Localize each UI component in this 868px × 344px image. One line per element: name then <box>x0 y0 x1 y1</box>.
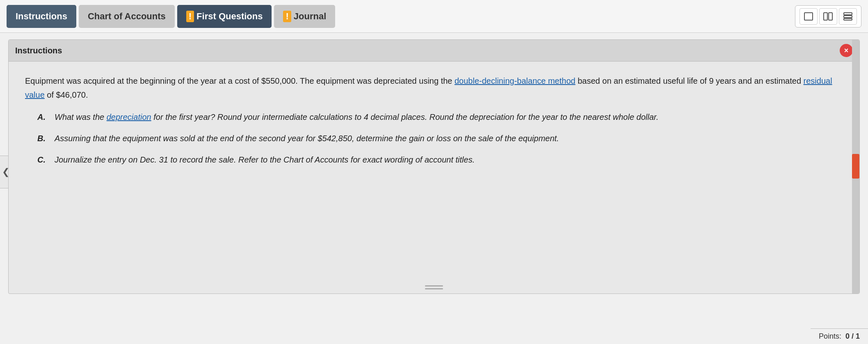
layout-single-button[interactable] <box>799 8 818 25</box>
exclamation-icon: ! <box>186 11 194 22</box>
tab-group: Instructions Chart of Accounts ! First Q… <box>7 5 335 28</box>
bottom-bar: Points: 0 / 1 <box>811 328 868 344</box>
main-content: Instructions × Equipment was acquired at… <box>0 33 868 300</box>
scroll-thumb[interactable] <box>852 154 859 179</box>
instructions-title: Instructions <box>15 46 62 55</box>
tab-instructions[interactable]: Instructions <box>7 5 76 28</box>
svg-rect-3 <box>844 13 852 15</box>
svg-rect-5 <box>844 18 852 20</box>
points-label: Points: <box>819 332 841 341</box>
tab-first-questions-label: First Questions <box>196 11 263 22</box>
tab-chart-of-accounts[interactable]: Chart of Accounts <box>79 5 175 28</box>
layout-split-icon <box>823 11 834 22</box>
drag-handle-line-1 <box>425 285 443 287</box>
top-navigation-bar: Instructions Chart of Accounts ! First Q… <box>0 0 868 33</box>
double-declining-balance-link[interactable]: double-declining-balance method <box>455 76 576 85</box>
residual-value-link[interactable]: residual value <box>25 76 832 99</box>
layout-split-button[interactable] <box>819 8 837 25</box>
depreciation-link[interactable]: depreciation <box>107 112 151 122</box>
instructions-panel: Instructions × Equipment was acquired at… <box>8 39 860 294</box>
exclamation-icon-journal: ! <box>283 11 291 22</box>
svg-rect-2 <box>829 13 832 20</box>
tab-journal[interactable]: ! Journal <box>274 5 335 28</box>
list-label-c: C. <box>37 153 49 167</box>
list-label-b: B. <box>37 131 49 145</box>
drag-handle[interactable] <box>425 285 443 289</box>
tab-journal-label: Journal <box>294 11 326 22</box>
layout-single-icon <box>803 11 814 22</box>
svg-rect-1 <box>824 13 827 20</box>
list-item-b: B. Assuming that the equipment was sold … <box>37 131 843 145</box>
list-label-a: A. <box>37 110 49 124</box>
list-item-c: C. Journalize the entry on Dec. 31 to re… <box>37 153 843 167</box>
list-text-a: What was the depreciation for the first … <box>55 110 658 124</box>
close-button[interactable]: × <box>840 44 853 57</box>
instructions-body: Equipment was acquired at the beginning … <box>9 62 859 186</box>
layout-list-icon <box>843 11 853 22</box>
toolbar-icons-group <box>795 5 861 28</box>
svg-rect-0 <box>804 13 813 20</box>
tab-first-questions[interactable]: ! First Questions <box>177 5 272 28</box>
list-item-a: A. What was the depreciation for the fir… <box>37 110 843 124</box>
points-value: 0 / 1 <box>845 332 860 341</box>
questions-list: A. What was the depreciation for the fir… <box>25 110 843 167</box>
instructions-header: Instructions × <box>9 40 859 62</box>
layout-list-button[interactable] <box>839 8 857 25</box>
drag-handle-line-2 <box>425 288 443 289</box>
list-text-c: Journalize the entry on Dec. 31 to recor… <box>55 153 475 167</box>
svg-rect-4 <box>844 16 852 18</box>
scrollbar[interactable] <box>852 40 859 294</box>
list-text-b: Assuming that the equipment was sold at … <box>55 131 559 145</box>
intro-paragraph: Equipment was acquired at the beginning … <box>25 74 843 102</box>
